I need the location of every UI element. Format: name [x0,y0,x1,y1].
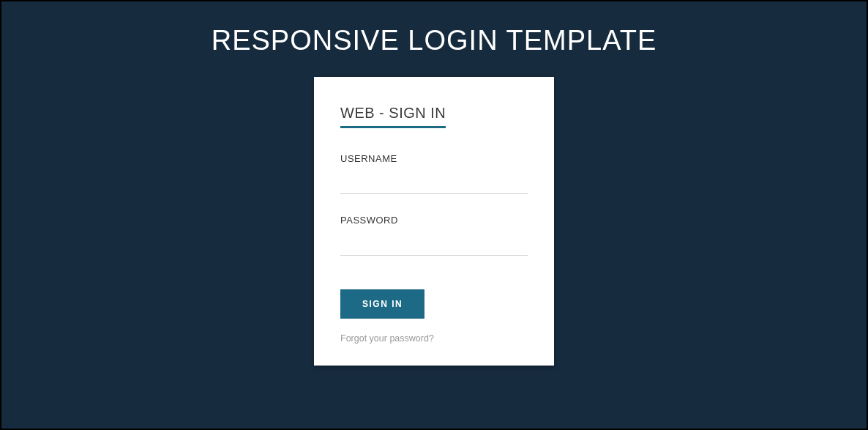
username-input[interactable] [340,168,528,194]
page-title: RESPONSIVE LOGIN TEMPLATE [212,25,657,56]
forgot-password-link[interactable]: Forgot your password? [340,333,528,344]
card-heading: WEB - SIGN IN [340,105,446,128]
sign-in-button[interactable]: SIGN IN [340,289,424,319]
password-field-group: PASSWORD [340,215,528,256]
username-field-group: USERNAME [340,153,528,194]
username-label: USERNAME [340,153,528,164]
login-card: WEB - SIGN IN USERNAME PASSWORD SIGN IN … [314,77,554,366]
password-input[interactable] [340,230,528,256]
password-label: PASSWORD [340,215,528,226]
